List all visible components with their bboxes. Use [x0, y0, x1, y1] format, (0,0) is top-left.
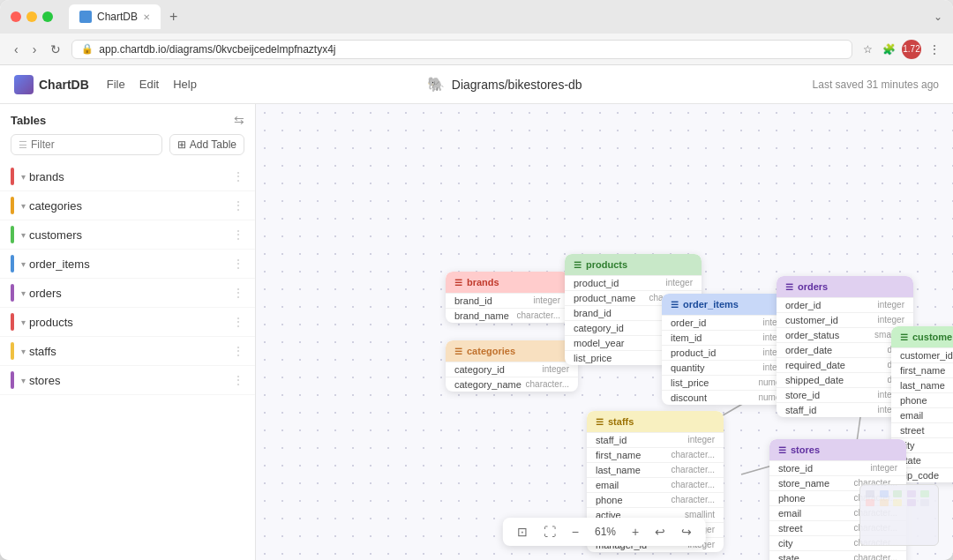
- diagram-canvas[interactable]: ☰ brands brand_id integer brand_name cha…: [256, 104, 953, 560]
- staffs-color: [11, 342, 14, 360]
- sidebar-item-products[interactable]: ▾ products ⋮: [0, 308, 255, 337]
- products-header: ☰ products: [565, 254, 702, 275]
- col-brand-id-type: integer: [533, 295, 560, 306]
- fit-view-button[interactable]: ⊡: [514, 523, 531, 541]
- categories-color: [11, 197, 14, 214]
- customers-header: ☰ customers: [891, 326, 953, 347]
- customers-color: [11, 226, 14, 243]
- canvas-toolbar: ⊡ ⛶ − 61% + ↩ ↪: [503, 518, 706, 546]
- diagram-title: 🐘 Diagrams/bikestores-db: [214, 76, 795, 93]
- menu-bar: File Edit Help: [107, 78, 197, 91]
- lock-icon: 🔒: [81, 43, 94, 55]
- table-list: ▾ brands ⋮ ▾ categories ⋮ ▾ customers ⋮: [0, 162, 255, 560]
- table-menu-icon[interactable]: ⋮: [232, 315, 244, 329]
- filter-input-wrapper[interactable]: ☰: [11, 134, 162, 155]
- db-icon: 🐘: [427, 76, 445, 93]
- add-table-button[interactable]: ⊞ Add Table: [169, 134, 244, 155]
- table-categories[interactable]: ☰ categories category_id integer categor…: [446, 340, 578, 392]
- sidebar-item-stores[interactable]: ▾ stores ⋮: [0, 366, 255, 395]
- table-menu-icon[interactable]: ⋮: [232, 228, 244, 242]
- table-brands[interactable]: ☰ brands brand_id integer brand_name cha…: [446, 272, 569, 323]
- sidebar-item-customers[interactable]: ▾ customers ⋮: [0, 220, 255, 250]
- sidebar-item-order-items[interactable]: ▾ order_items ⋮: [0, 250, 255, 279]
- titlebar: ChartDB ✕ + ⌄: [0, 0, 953, 34]
- active-tab[interactable]: ChartDB ✕: [69, 4, 161, 29]
- table-row: category_name character...: [446, 377, 578, 392]
- table-row: street character...: [891, 422, 953, 437]
- tab-title: ChartDB: [97, 11, 138, 23]
- table-row: first_name character...: [587, 447, 724, 462]
- table-row: brand_id integer: [446, 293, 569, 308]
- table-menu-icon[interactable]: ⋮: [232, 286, 244, 300]
- orders-label: orders: [29, 287, 232, 300]
- profile-icon[interactable]: 1.72: [902, 40, 921, 59]
- extension-icon[interactable]: 🧩: [881, 41, 897, 57]
- table-row: order_id integer: [777, 297, 913, 312]
- sidebar-item-categories[interactable]: ▾ categories ⋮: [0, 191, 255, 220]
- table-icon: ☰: [778, 445, 786, 455]
- stores-title: stores: [791, 444, 820, 455]
- bookmark-icon[interactable]: ☆: [859, 41, 875, 57]
- minimize-button[interactable]: [26, 11, 37, 22]
- menu-edit[interactable]: Edit: [139, 78, 159, 91]
- sidebar-item-brands[interactable]: ▾ brands ⋮: [0, 162, 255, 191]
- products-title: products: [586, 259, 627, 270]
- close-button[interactable]: [11, 11, 21, 22]
- sidebar-collapse-button[interactable]: ⇆: [234, 113, 244, 127]
- chevron-icon: ▾: [21, 347, 26, 356]
- order-items-title: order_items: [683, 299, 739, 310]
- orders-title: orders: [798, 281, 828, 292]
- chevron-icon: ▾: [21, 288, 26, 298]
- table-row: first_name character...: [891, 362, 953, 377]
- reload-button[interactable]: ↻: [47, 41, 64, 58]
- chevron-icon: ▾: [21, 259, 26, 269]
- url-bar[interactable]: 🔒 app.chartdb.io/diagrams/0kvcbeijcedelm…: [71, 40, 852, 59]
- app-logo: ChartDB: [14, 75, 89, 94]
- categories-header: ☰ categories: [446, 340, 578, 362]
- zoom-out-button[interactable]: −: [568, 523, 582, 541]
- table-menu-icon[interactable]: ⋮: [232, 373, 244, 387]
- sidebar-title: Tables: [11, 114, 46, 127]
- new-tab-button[interactable]: +: [164, 7, 183, 26]
- table-menu-icon[interactable]: ⋮: [232, 169, 244, 183]
- staffs-label: staffs: [29, 345, 232, 358]
- staffs-title: staffs: [608, 416, 634, 427]
- table-menu-icon[interactable]: ⋮: [232, 344, 244, 358]
- redo-button[interactable]: ↪: [678, 523, 695, 541]
- col-brand-name: brand_name: [454, 310, 509, 321]
- products-color: [11, 313, 14, 331]
- table-row: category_id integer: [446, 362, 578, 377]
- sidebar-item-staffs[interactable]: ▾ staffs ⋮: [0, 337, 255, 366]
- zoom-in-button[interactable]: +: [628, 523, 642, 541]
- diagram-title-text: Diagrams/bikestores-db: [452, 78, 582, 92]
- sidebar-item-orders[interactable]: ▾ orders ⋮: [0, 279, 255, 308]
- add-table-label: Add Table: [190, 138, 236, 151]
- table-menu-icon[interactable]: ⋮: [232, 257, 244, 271]
- table-row: customer_id integer: [891, 347, 953, 362]
- table-icon: ☰: [900, 332, 908, 342]
- chevron-icon: ▾: [21, 172, 26, 182]
- menu-help[interactable]: Help: [173, 78, 197, 91]
- table-menu-icon[interactable]: ⋮: [232, 198, 244, 213]
- col-brand-name-type: character...: [517, 310, 560, 321]
- fullscreen-button[interactable]: ⛶: [540, 523, 559, 541]
- maximize-button[interactable]: [42, 11, 53, 22]
- minimap[interactable]: [859, 484, 939, 546]
- filter-input[interactable]: [31, 138, 154, 151]
- settings-icon[interactable]: ⋮: [927, 41, 942, 57]
- table-row: customer_id integer: [777, 312, 913, 327]
- products-label: products: [29, 316, 232, 329]
- menu-file[interactable]: File: [107, 78, 125, 91]
- browser-toolbar-icons: ☆ 🧩 1.72 ⋮: [859, 40, 942, 59]
- tab-close-icon[interactable]: ✕: [143, 12, 150, 22]
- back-button[interactable]: ‹: [11, 41, 22, 58]
- categories-title: categories: [467, 346, 515, 356]
- table-row: state character...: [769, 550, 906, 560]
- table-icon: ☰: [596, 417, 604, 427]
- sidebar-header: Tables ⇆: [0, 104, 255, 134]
- tab-expand-icon[interactable]: ⌄: [934, 11, 942, 23]
- chevron-icon: ▾: [21, 230, 26, 240]
- orders-header: ☰ orders: [777, 276, 913, 297]
- forward-button[interactable]: ›: [29, 41, 41, 58]
- undo-button[interactable]: ↩: [651, 523, 669, 541]
